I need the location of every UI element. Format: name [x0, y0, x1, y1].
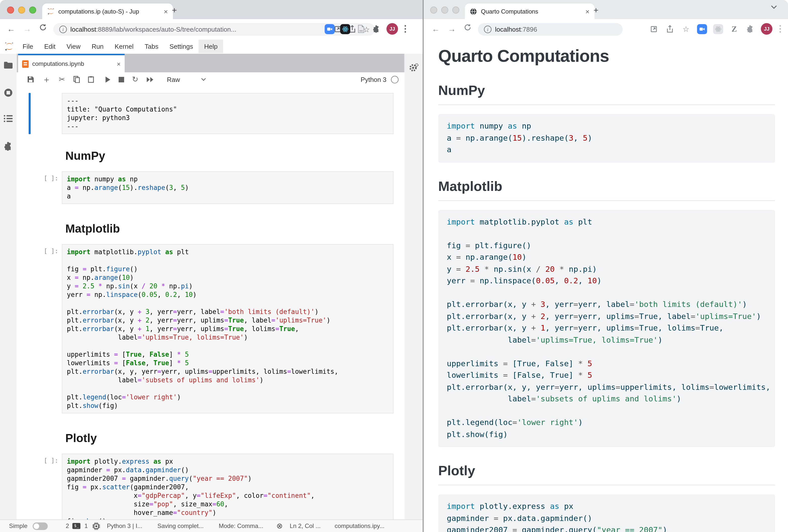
reload-icon[interactable]: [464, 24, 471, 31]
new-tab-button[interactable]: +: [593, 6, 598, 15]
left-browser-toolbar: ← → i localhost:8889/lab/workspaces/auto…: [0, 19, 422, 40]
url-text[interactable]: localhost:7896: [495, 26, 537, 33]
browser-menu-icon[interactable]: [402, 25, 408, 33]
close-window-button[interactable]: [7, 6, 14, 14]
extension-manager-icon[interactable]: [3, 142, 13, 151]
tab-title: computations.ip (auto-S) - Jup: [58, 8, 161, 15]
table-of-contents-icon[interactable]: [3, 115, 13, 123]
save-icon[interactable]: [27, 76, 34, 83]
zoom-window-button[interactable]: [29, 6, 36, 14]
close-window-button[interactable]: [430, 6, 437, 14]
restart-run-all-icon[interactable]: [146, 77, 154, 82]
notebook-file-icon: [22, 60, 28, 67]
document-extension-icon[interactable]: [355, 23, 366, 35]
matplotlib-code-cell[interactable]: [ ]: import matplotlib.pyplot as plt fig…: [17, 244, 394, 413]
plotly-code-block[interactable]: import plotly.express as pxgapminder = p…: [438, 494, 775, 532]
kernel-count[interactable]: 1: [84, 523, 88, 530]
matplotlib-code: import matplotlib.pyplot as plt fig = pl…: [447, 216, 766, 441]
interrupt-kernel-icon[interactable]: [118, 77, 124, 82]
close-tab-icon[interactable]: ×: [586, 8, 590, 15]
browser-menu-icon[interactable]: [777, 25, 783, 33]
running-sessions-icon[interactable]: [3, 88, 13, 98]
zoom-extension-icon[interactable]: [324, 23, 335, 35]
property-inspector-gear-icon[interactable]: [409, 63, 419, 73]
trust-shield-icon[interactable]: ⊗: [276, 521, 283, 531]
copy-cells-icon[interactable]: [73, 76, 80, 83]
md-heading-matplotlib: Matplotlib: [65, 222, 405, 236]
terminal-count[interactable]: 2: [65, 523, 69, 530]
extensions-puzzle-icon[interactable]: [745, 23, 756, 35]
menu-view[interactable]: View: [61, 40, 86, 53]
minimize-window-button[interactable]: [18, 6, 25, 14]
raw-cell[interactable]: ---title: "Quarto Computations"jupyter: …: [17, 93, 394, 134]
zoom-window-button[interactable]: [452, 6, 459, 14]
tab-search-chevron-icon[interactable]: [771, 5, 777, 9]
numpy-cell-source[interactable]: import numpy as npa = np.arange(15).resh…: [67, 175, 389, 201]
file-browser-icon[interactable]: [3, 61, 13, 69]
kernel-status-text[interactable]: Python 3 | I...: [107, 523, 142, 530]
menu-help[interactable]: Help: [198, 40, 223, 53]
back-icon[interactable]: ←: [7, 24, 15, 35]
matplotlib-cell-source[interactable]: import matplotlib.pyplot as plt fig = pl…: [67, 248, 389, 410]
notebook-content[interactable]: ---title: "Quarto Computations"jupyter: …: [17, 86, 405, 520]
right-browser-window: Quarto Computations × + ← → i localhost:…: [423, 0, 788, 532]
minimize-window-button[interactable]: [441, 6, 448, 14]
menu-file[interactable]: File: [17, 40, 39, 53]
matplotlib-code-block[interactable]: import matplotlib.pyplot as plt fig = pl…: [438, 210, 775, 447]
quarto-page[interactable]: Quarto Computations NumPy import numpy a…: [423, 39, 788, 532]
profile-avatar[interactable]: JJ: [761, 23, 772, 35]
window-controls[interactable]: [7, 6, 36, 14]
menu-settings[interactable]: Settings: [164, 40, 198, 53]
restart-kernel-icon[interactable]: ↻: [132, 75, 138, 84]
browser-tab[interactable]: computations.ip (auto-S) - Jup ×: [42, 3, 173, 19]
profile-avatar[interactable]: JJ: [387, 23, 398, 35]
url-text[interactable]: localhost:8889/lab/workspaces/auto-S/tre…: [71, 26, 236, 33]
jupyter-logo: [4, 42, 14, 51]
kernel-status-icon[interactable]: [391, 76, 398, 83]
run-cell-icon[interactable]: [105, 76, 110, 83]
share-icon[interactable]: [664, 23, 675, 35]
cut-cells-icon[interactable]: ✂: [59, 75, 65, 84]
kernel-name[interactable]: Python 3: [360, 76, 387, 83]
forward-icon[interactable]: →: [23, 24, 31, 35]
extensions-puzzle-icon[interactable]: [371, 23, 382, 35]
site-info-icon[interactable]: i: [484, 26, 492, 33]
numpy-code-block[interactable]: import numpy as npa = np.arange(15).resh…: [438, 114, 775, 163]
menu-kernel[interactable]: Kernel: [109, 40, 139, 53]
menu-edit[interactable]: Edit: [39, 40, 61, 53]
numpy-code-cell[interactable]: [ ]: import numpy as npa = np.arange(15)…: [17, 171, 394, 204]
zoom-extension-icon[interactable]: [696, 23, 708, 35]
browser-tab[interactable]: Quarto Computations ×: [465, 3, 594, 19]
reload-icon[interactable]: [39, 24, 47, 31]
menu-run[interactable]: Run: [86, 40, 109, 53]
z-extension-icon[interactable]: Z: [729, 23, 740, 35]
raw-cell-source[interactable]: ---title: "Quarto Computations"jupyter: …: [67, 97, 389, 130]
plotly-code-cell[interactable]: [ ]: import plotly.express as pxgapminde…: [17, 454, 394, 520]
back-icon[interactable]: ←: [432, 24, 440, 35]
command-mode-status[interactable]: Mode: Comma...: [219, 523, 263, 530]
notebook-tab[interactable]: computations.ipynb ×: [18, 54, 125, 72]
menu-tabs[interactable]: Tabs: [139, 40, 164, 53]
add-cell-icon[interactable]: ＋: [42, 74, 51, 85]
notebook-toolbar: ＋ ✂ ↻ Raw: [17, 72, 405, 87]
react-devtools-icon[interactable]: [713, 23, 724, 35]
close-tab-icon[interactable]: ×: [164, 8, 168, 15]
address-bar[interactable]: i localhost:7896: [478, 23, 623, 36]
site-info-icon[interactable]: i: [59, 26, 67, 33]
cell-type-select[interactable]: Raw: [167, 76, 180, 83]
new-tab-button[interactable]: +: [172, 6, 177, 15]
window-controls[interactable]: [430, 6, 459, 14]
cell-prompt: [ ]:: [17, 244, 62, 413]
close-notebook-icon[interactable]: ×: [117, 61, 121, 67]
open-in-window-icon[interactable]: [648, 23, 659, 35]
simple-mode-toggle[interactable]: [33, 522, 47, 530]
paste-cells-icon[interactable]: [88, 76, 94, 83]
jupyterlab-right-sidebar: [404, 54, 422, 520]
bookmark-star-icon[interactable]: ☆: [681, 23, 691, 35]
react-devtools-icon[interactable]: [340, 23, 351, 35]
cell-prompt: [ ]:: [17, 171, 62, 204]
forward-icon[interactable]: →: [448, 24, 456, 35]
cell-type-chevron-icon[interactable]: [201, 78, 206, 81]
plotly-cell-source[interactable]: import plotly.express as pxgapminder = p…: [67, 457, 389, 520]
cursor-position[interactable]: Ln 2, Col ...: [290, 523, 321, 530]
